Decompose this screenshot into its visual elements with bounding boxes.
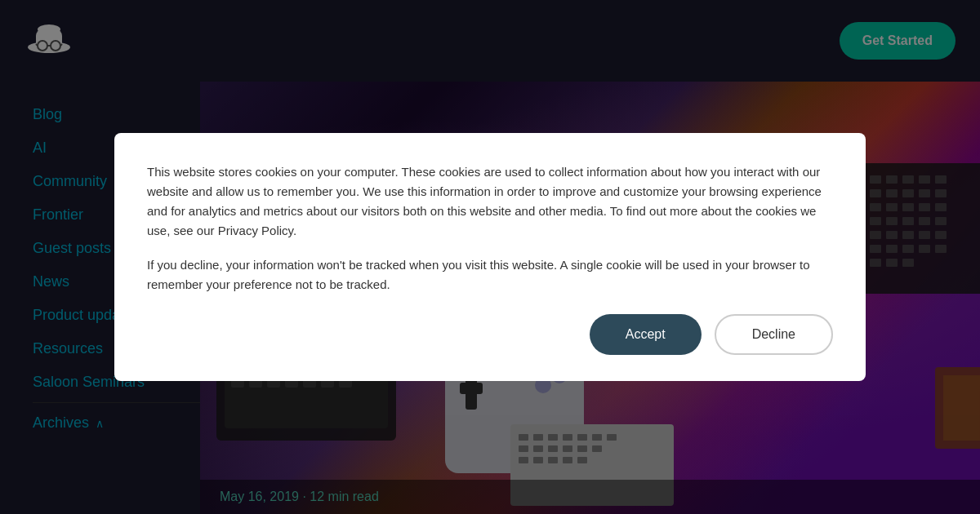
cookie-buttons: Accept Decline [147, 314, 833, 355]
cookie-paragraph-1: This website stores cookies on your comp… [147, 162, 833, 241]
decline-button[interactable]: Decline [715, 314, 833, 355]
cookie-paragraph-2: If you decline, your information won't b… [147, 255, 833, 295]
accept-button[interactable]: Accept [590, 314, 702, 355]
cookie-modal: This website stores cookies on your comp… [114, 133, 866, 381]
cookie-overlay: This website stores cookies on your comp… [0, 0, 980, 514]
